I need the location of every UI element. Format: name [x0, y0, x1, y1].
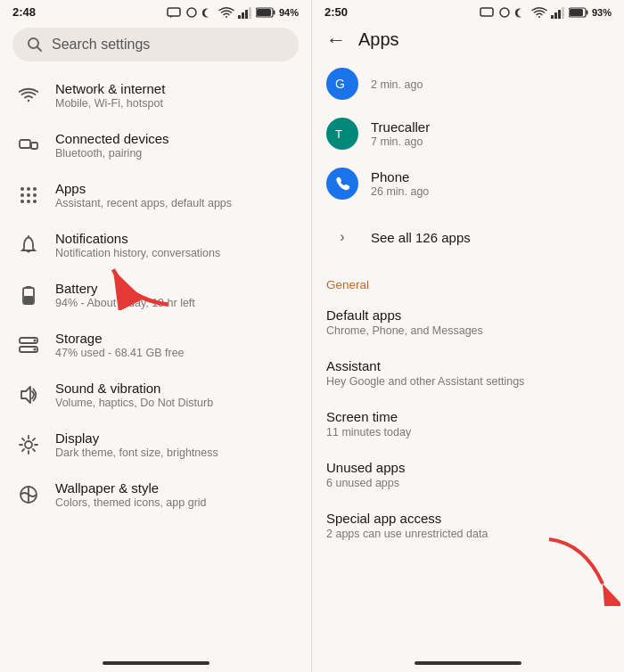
connected-title: Connected devices — [55, 131, 297, 146]
general-section-header: General — [312, 266, 624, 297]
signal-icon — [238, 6, 252, 19]
unused-apps-subtitle: 6 unused apps — [326, 477, 610, 489]
svg-point-20 — [21, 200, 24, 203]
right-wifi-icon — [531, 6, 547, 19]
svg-rect-44 — [480, 8, 493, 16]
storage-subtitle: 47% used - 68.41 GB free — [55, 347, 297, 359]
see-all-apps[interactable]: › See all 126 apps — [312, 209, 624, 266]
apps-text: Apps Assistant, recent apps, default app… — [55, 181, 297, 209]
right-battery-pct: 93% — [592, 7, 612, 18]
connected-subtitle: Bluetooth, pairing — [55, 147, 297, 160]
sound-icon — [14, 381, 43, 409]
right-panel: 2:50 93% — [312, 0, 624, 672]
wifi-icon-status — [218, 6, 234, 19]
storage-text: Storage 47% used - 68.41 GB free — [55, 331, 297, 359]
app-name-truecaller: Truecaller — [371, 119, 610, 135]
search-bar[interactable]: Search settings — [12, 28, 299, 61]
assistant-title: Assistant — [326, 358, 610, 373]
settings-item-apps[interactable]: Apps Assistant, recent apps, default app… — [0, 170, 311, 220]
screen-time-title: Screen time — [326, 409, 610, 424]
menu-item-unused-apps[interactable]: Unused apps 6 unused apps — [312, 449, 624, 500]
menu-item-default-apps[interactable]: Default apps Chrome, Phone, and Messages — [312, 297, 624, 348]
apps-subtitle: Assistant, recent apps, default apps — [55, 197, 297, 209]
app-item-phone[interactable]: Phone 26 min. ago — [312, 159, 624, 209]
search-input-placeholder: Search settings — [52, 37, 150, 53]
settings-item-sound[interactable]: Sound & vibration Volume, haptics, Do No… — [0, 370, 311, 420]
network-title: Network & internet — [55, 81, 297, 96]
svg-rect-46 — [551, 15, 554, 19]
left-time: 2:48 — [12, 5, 36, 19]
app-text-truecaller: Truecaller 7 min. ago — [371, 119, 610, 148]
search-icon — [27, 37, 43, 53]
phone-icon-status — [185, 7, 199, 18]
settings-item-network[interactable]: Network & internet Mobile, Wi-Fi, hotspo… — [0, 70, 311, 120]
display-icon — [14, 430, 43, 459]
svg-rect-11 — [20, 140, 30, 148]
wallpaper-icon — [14, 480, 43, 509]
svg-point-32 — [25, 441, 32, 448]
app-item-truecaller[interactable]: T Truecaller 7 min. ago — [312, 109, 624, 159]
right-status-bar: 2:50 93% — [312, 0, 624, 22]
svg-rect-8 — [257, 9, 271, 16]
svg-line-10 — [37, 47, 42, 52]
red-arrow-right — [531, 535, 620, 606]
svg-line-40 — [22, 449, 24, 451]
right-msg-icon — [480, 7, 494, 18]
sound-subtitle: Volume, haptics, Do Not Disturb — [55, 397, 297, 409]
svg-rect-48 — [558, 10, 561, 19]
see-all-label: See all 126 apps — [371, 230, 471, 245]
app-time-truecaller: 7 min. ago — [371, 135, 610, 148]
right-phone-icon — [497, 7, 512, 18]
settings-item-display[interactable]: Display Dark theme, font size, brightnes… — [0, 420, 311, 470]
left-battery-pct: 94% — [279, 7, 299, 18]
notifications-text: Notifications Notification history, conv… — [55, 231, 297, 259]
left-status-bar: 2:48 9 — [0, 0, 311, 22]
svg-point-14 — [21, 187, 24, 191]
message-icon — [167, 7, 181, 18]
svg-marker-31 — [21, 387, 30, 403]
svg-rect-3 — [242, 12, 244, 19]
svg-point-16 — [33, 187, 37, 191]
wallpaper-title: Wallpaper & style — [55, 480, 297, 496]
battery-subtitle: 94% - About 1 day, 19 hr left — [55, 297, 297, 309]
battery-icon — [14, 281, 43, 309]
right-bottom-bar — [312, 654, 624, 672]
sound-text: Sound & vibration Volume, haptics, Do No… — [55, 381, 297, 409]
default-apps-title: Default apps — [326, 307, 610, 323]
display-title: Display — [55, 430, 297, 446]
app-text-0: 2 min. ago — [371, 78, 610, 91]
right-moon-icon — [515, 7, 528, 18]
app-item-0[interactable]: G 2 min. ago — [312, 59, 624, 109]
svg-point-29 — [34, 340, 37, 342]
wallpaper-text: Wallpaper & style Colors, themed icons, … — [55, 480, 297, 509]
screen-time-subtitle: 11 minutes today — [326, 426, 610, 438]
left-panel: 2:48 9 — [0, 0, 312, 672]
svg-rect-12 — [31, 143, 37, 149]
display-text: Display Dark theme, font size, brightnes… — [55, 430, 297, 459]
storage-title: Storage — [55, 331, 297, 346]
settings-item-storage[interactable]: Storage 47% used - 68.41 GB free — [0, 320, 311, 370]
svg-rect-52 — [570, 9, 583, 16]
menu-item-assistant[interactable]: Assistant Hey Google and other Assistant… — [312, 348, 624, 398]
settings-item-connected[interactable]: Connected devices Bluetooth, pairing — [0, 120, 311, 170]
notifications-title: Notifications — [55, 231, 297, 246]
connected-icon — [14, 131, 43, 160]
chevron-right-icon: › — [326, 221, 358, 253]
unused-apps-title: Unused apps — [326, 460, 610, 475]
app-name-phone: Phone — [371, 169, 610, 184]
svg-rect-25 — [26, 286, 31, 289]
right-battery-icon — [569, 7, 588, 18]
moon-icon — [202, 7, 215, 18]
connected-text: Connected devices Bluetooth, pairing — [55, 131, 297, 160]
settings-item-wallpaper[interactable]: Wallpaper & style Colors, themed icons, … — [0, 470, 311, 520]
battery-text: Battery 94% - About 1 day, 19 hr left — [55, 281, 297, 309]
left-home-indicator — [103, 661, 209, 665]
back-button[interactable]: ← — [326, 30, 346, 50]
apps-title: Apps — [55, 181, 297, 196]
svg-rect-2 — [238, 15, 241, 19]
settings-item-notifications[interactable]: Notifications Notification history, conv… — [0, 220, 311, 270]
menu-item-screen-time[interactable]: Screen time 11 minutes today — [312, 398, 624, 449]
sound-title: Sound & vibration — [55, 381, 297, 396]
app-time-phone: 26 min. ago — [371, 185, 610, 198]
settings-item-battery[interactable]: Battery 94% - About 1 day, 19 hr left — [0, 270, 311, 320]
